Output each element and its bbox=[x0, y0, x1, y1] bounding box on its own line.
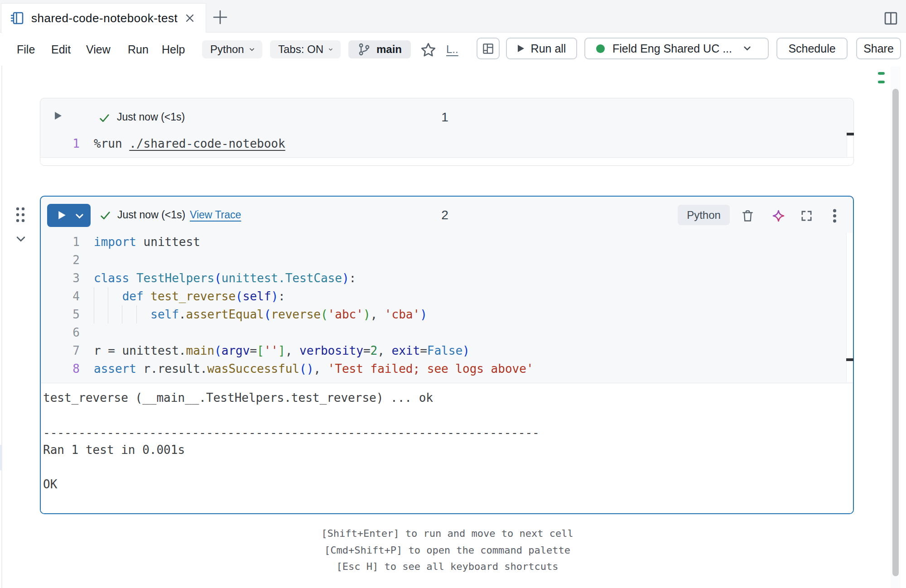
cell-language-label: Python bbox=[687, 209, 721, 222]
view-trace-link[interactable]: View Trace bbox=[190, 209, 241, 221]
line-number: 2 bbox=[41, 251, 80, 269]
run-cell-split-button[interactable] bbox=[47, 204, 91, 227]
close-icon[interactable] bbox=[184, 12, 196, 24]
code-text: class TestHelpers(unittest.TestCase): bbox=[94, 269, 356, 287]
toolbar: File Edit View Run Help Python Tabs: ON … bbox=[0, 33, 906, 66]
cluster-status-dot bbox=[596, 44, 605, 53]
split-view-icon bbox=[884, 11, 898, 25]
cursor-position-marker bbox=[846, 358, 853, 361]
code-text: import unittest bbox=[94, 233, 200, 251]
line-number: 1 bbox=[40, 130, 80, 157]
menu-help[interactable]: Help bbox=[162, 33, 185, 66]
star-icon bbox=[420, 42, 437, 58]
split-view-button[interactable] bbox=[882, 10, 899, 26]
notebook-tab[interactable]: shared-code-notebook-test bbox=[1, 3, 206, 33]
favorite-button[interactable] bbox=[419, 41, 437, 58]
line-number: 4 bbox=[41, 287, 80, 305]
collapse-cell-chevron-icon[interactable] bbox=[16, 236, 25, 242]
menu-edit[interactable]: Edit bbox=[51, 33, 71, 66]
assistant-button[interactable] bbox=[771, 208, 786, 223]
output-line: ----------------------------------------… bbox=[43, 424, 853, 441]
chevron-down-icon bbox=[329, 48, 333, 52]
cursor-position-marker bbox=[847, 133, 854, 135]
new-tab-button[interactable] bbox=[212, 9, 228, 25]
cell2-header: Just now (<1s) View Trace 2 Python bbox=[41, 197, 853, 232]
menu-view[interactable]: View bbox=[86, 33, 111, 66]
cell-drag-handle[interactable] bbox=[16, 207, 25, 222]
tabs-setting-label: Tabs: ON bbox=[278, 43, 323, 56]
cluster-selector[interactable]: Field Eng Shared UC ... bbox=[584, 38, 769, 59]
git-branch-label: main bbox=[376, 43, 402, 56]
language-selector[interactable]: Python bbox=[202, 40, 262, 58]
output-line bbox=[43, 458, 853, 476]
cell-run-status: Just now (<1s) bbox=[117, 209, 185, 221]
cell2-code-editor[interactable]: 1import unittest23class TestHelpers(unit… bbox=[41, 232, 853, 383]
git-branch-selector[interactable]: main bbox=[348, 40, 411, 58]
language-selector-label: Python bbox=[210, 43, 244, 56]
tab-title: shared-code-notebook-test bbox=[31, 11, 178, 25]
code-line[interactable]: 7r = unittest.main(argv=[''], verbosity=… bbox=[41, 342, 853, 360]
maximize-cell-button[interactable] bbox=[799, 208, 814, 223]
code-text: assert r.result.wasSuccessful(), 'Test f… bbox=[94, 360, 534, 378]
code-text: self.assertEqual(reverse('abc'), 'cba') bbox=[94, 305, 427, 323]
pane-divider bbox=[1, 0, 2, 588]
output-line: test_reverse (__main__.TestHelpers.test_… bbox=[43, 389, 853, 406]
output-line: Ran 1 test in 0.001s bbox=[43, 441, 853, 458]
delete-cell-button[interactable] bbox=[740, 208, 755, 223]
keyboard-hints: [Shift+Enter] to run and move to next ce… bbox=[0, 525, 895, 575]
assistant-sparkle-icon bbox=[772, 209, 785, 222]
chevron-down-icon bbox=[250, 48, 254, 52]
cluster-label: Field Eng Shared UC ... bbox=[612, 42, 732, 55]
menu-run[interactable]: Run bbox=[128, 33, 149, 66]
menu-file[interactable]: File bbox=[17, 33, 35, 66]
notebook-layout-button[interactable] bbox=[477, 38, 500, 59]
code-line[interactable]: 5 self.assertEqual(reverse('abc'), 'cba'… bbox=[41, 305, 853, 323]
code-line[interactable]: 3class TestHelpers(unittest.TestCase): bbox=[41, 269, 853, 287]
line-number: 1 bbox=[41, 233, 80, 251]
code-text: %run ./shared-code-notebook bbox=[94, 130, 285, 157]
keyboard-hint-line: [Esc H] to see all keyboard shortcuts bbox=[0, 559, 895, 575]
notebook-icon bbox=[10, 11, 24, 25]
cell1-result-area bbox=[40, 157, 853, 165]
share-label: Share bbox=[863, 42, 894, 55]
tabs-setting-toggle[interactable]: Tabs: ON bbox=[270, 40, 341, 58]
cell-run-marker bbox=[878, 72, 885, 75]
cell2-output: test_reverse (__main__.TestHelpers.test_… bbox=[41, 383, 853, 513]
share-button[interactable]: Share bbox=[856, 38, 901, 59]
scrollbar-thumb[interactable] bbox=[892, 89, 899, 576]
cell-run-status: Just now (<1s) bbox=[117, 111, 185, 123]
code-text: def test_reverse(self): bbox=[94, 287, 285, 305]
play-icon bbox=[58, 211, 66, 220]
schedule-button[interactable]: Schedule bbox=[776, 38, 848, 59]
last-edit-link[interactable]: L.. bbox=[446, 33, 458, 66]
line-number: 5 bbox=[41, 305, 80, 323]
line-number: 7 bbox=[41, 342, 80, 360]
chevron-down-icon bbox=[76, 214, 83, 219]
run-cell-icon[interactable] bbox=[54, 111, 62, 120]
tab-bar: shared-code-notebook-test bbox=[0, 0, 906, 33]
play-icon bbox=[517, 44, 525, 53]
code-line[interactable]: 1import unittest bbox=[41, 233, 853, 251]
code-line[interactable]: 8assert r.result.wasSuccessful(), 'Test … bbox=[41, 360, 853, 378]
line-number: 8 bbox=[41, 360, 80, 378]
cell-language-selector[interactable]: Python bbox=[678, 205, 730, 225]
run-all-button[interactable]: Run all bbox=[506, 38, 577, 59]
code-line[interactable]: 4 def test_reverse(self): bbox=[41, 287, 853, 305]
output-line: OK bbox=[43, 476, 853, 493]
line-number: 6 bbox=[41, 323, 80, 342]
run-all-label: Run all bbox=[531, 42, 566, 55]
cell-run-marker bbox=[878, 81, 885, 83]
chevron-down-icon bbox=[744, 46, 751, 51]
cell-number: 2 bbox=[427, 208, 463, 222]
cell-number: 1 bbox=[427, 110, 463, 125]
code-line[interactable]: 2 bbox=[41, 251, 853, 269]
cell-menu-button[interactable] bbox=[827, 208, 842, 223]
code-line[interactable]: 6 bbox=[41, 323, 853, 342]
notebook-app: shared-code-notebook-test File Edit View… bbox=[0, 0, 906, 588]
line-number: 3 bbox=[41, 269, 80, 287]
trash-icon bbox=[741, 209, 755, 223]
editor-overview-ruler bbox=[847, 131, 853, 157]
code-line[interactable]: 1%run ./shared-code-notebook bbox=[40, 130, 853, 157]
keyboard-hint-line: [Cmd+Shift+P] to open the command palett… bbox=[0, 542, 895, 559]
cell1-code-editor[interactable]: 1%run ./shared-code-notebook bbox=[40, 130, 853, 157]
